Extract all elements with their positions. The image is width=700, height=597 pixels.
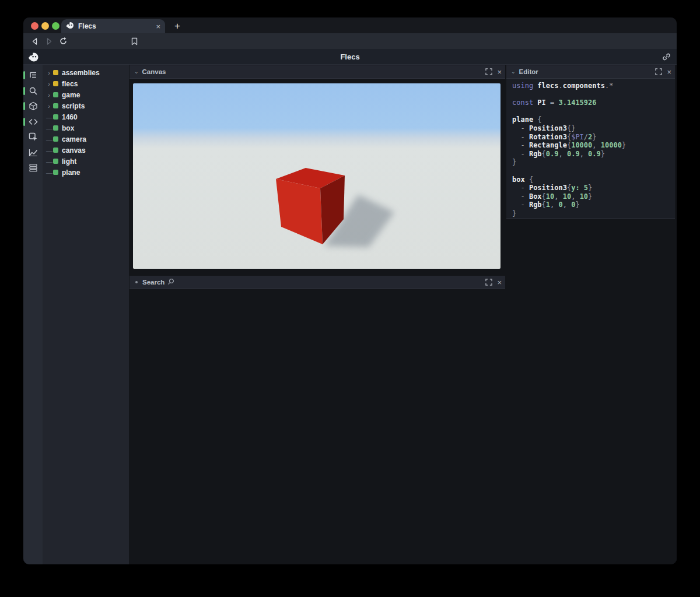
leaf-dash-icon: — xyxy=(45,169,53,176)
canvas-3d-viewport[interactable] xyxy=(133,83,501,269)
active-indicator xyxy=(23,71,25,79)
fullscreen-icon[interactable] xyxy=(485,67,492,78)
close-icon[interactable]: × xyxy=(497,276,502,289)
tab-close-icon[interactable]: × xyxy=(156,22,160,31)
magnifier-icon xyxy=(167,278,174,287)
macos-close-button[interactable] xyxy=(31,22,38,30)
canvas-panel-header[interactable]: ⌄ Canvas × xyxy=(130,65,505,79)
tree-item-label: light xyxy=(62,157,76,166)
entity-color-square xyxy=(53,148,58,153)
macos-zoom-button[interactable] xyxy=(52,22,60,30)
main-panels-area: ⌄ Canvas × xyxy=(129,65,677,564)
active-indicator xyxy=(23,87,25,95)
tab-favicon-flecs-logo xyxy=(66,21,74,31)
code-line xyxy=(512,90,675,99)
code-line: } xyxy=(512,158,675,167)
entity-color-square xyxy=(53,103,58,108)
rail-button-cube[interactable] xyxy=(23,100,43,113)
code-line: - Rgb{0.9, 0.9, 0.9} xyxy=(512,150,675,159)
tree-item-label: 1460 xyxy=(62,113,78,121)
code-line: - Rgb{1, 0, 0} xyxy=(512,201,675,209)
entity-color-square xyxy=(53,81,58,86)
rail-button-tree-view[interactable] xyxy=(23,69,43,82)
code-line: - Box{10, 10, 10} xyxy=(512,192,675,201)
rail-button-rows[interactable] xyxy=(23,161,43,174)
fullscreen-icon[interactable] xyxy=(485,278,492,288)
tab-title: Flecs xyxy=(78,22,156,30)
forward-icon[interactable] xyxy=(42,36,56,47)
chevron-down-icon[interactable]: ⌄ xyxy=(511,69,516,75)
editor-panel-title: Editor xyxy=(519,68,538,75)
expander-icon[interactable]: › xyxy=(45,69,53,76)
entity-color-square xyxy=(53,70,58,75)
tree-item-game[interactable]: ›game xyxy=(43,89,129,100)
code-line: box { xyxy=(512,175,675,184)
tree-item-label: flecs xyxy=(62,80,78,88)
code-line: plane { xyxy=(512,115,675,124)
close-icon[interactable]: × xyxy=(667,65,671,79)
code-line: const PI = 3.1415926 xyxy=(512,99,675,107)
entity-color-square xyxy=(53,125,58,131)
page-title: Flecs xyxy=(23,49,677,65)
tree-item-label: canvas xyxy=(62,146,86,154)
close-icon[interactable]: × xyxy=(497,65,502,79)
fullscreen-icon[interactable] xyxy=(655,67,662,78)
leaf-dash-icon: — xyxy=(45,114,53,121)
tree-item-1460[interactable]: —1460 xyxy=(43,111,129,122)
bookmark-icon[interactable] xyxy=(127,36,141,47)
code-line: - Rectangle{10000, 10000} xyxy=(512,141,675,150)
tree-item-label: assemblies xyxy=(62,69,100,77)
tree-item-label: plane xyxy=(62,168,80,177)
stats-icon xyxy=(29,148,38,157)
canvas-panel-title: Canvas xyxy=(142,68,166,75)
tree-item-canvas[interactable]: —canvas xyxy=(43,145,129,156)
chevron-down-icon[interactable]: ⌄ xyxy=(134,69,139,75)
desktop-background: Flecs × + flecs.dev/explore xyxy=(0,0,700,597)
back-icon[interactable] xyxy=(28,36,42,47)
tree-item-plane[interactable]: —plane xyxy=(43,167,129,178)
tree-item-box[interactable]: —box xyxy=(43,122,129,134)
leaf-dash-icon: — xyxy=(45,158,53,165)
tree-item-label: box xyxy=(62,124,74,132)
tree-view-icon xyxy=(29,71,38,80)
expander-icon[interactable]: › xyxy=(45,92,53,99)
rail-button-code[interactable] xyxy=(23,115,43,128)
rail-button-search[interactable] xyxy=(23,85,43,97)
code-line xyxy=(512,107,675,116)
rows-icon xyxy=(29,163,38,173)
leaf-dash-icon: — xyxy=(45,136,53,143)
entity-color-square xyxy=(53,159,58,164)
macos-minimize-button[interactable] xyxy=(41,22,49,30)
search-panel-title: Search xyxy=(142,279,164,286)
new-tab-button[interactable]: + xyxy=(170,19,184,33)
search-panel-header[interactable]: Search × xyxy=(130,276,505,289)
code-line: } xyxy=(512,209,675,218)
reload-icon[interactable] xyxy=(56,36,70,47)
code-line: - Rotation3{$PI/2} xyxy=(512,133,675,142)
rail-button-inspect[interactable] xyxy=(23,131,43,143)
tree-item-assemblies[interactable]: ›assemblies xyxy=(43,67,129,78)
link-icon[interactable] xyxy=(662,52,671,64)
flecs-app-header: Flecs xyxy=(23,49,677,65)
entity-tree-panel: ›assemblies›flecs›game›scripts—1460—box—… xyxy=(43,65,129,564)
tree-item-scripts[interactable]: ›scripts xyxy=(43,100,129,111)
tree-item-label: game xyxy=(62,91,80,99)
rail-button-stats[interactable] xyxy=(23,146,43,159)
tree-item-flecs[interactable]: ›flecs xyxy=(43,78,129,89)
browser-tab[interactable]: Flecs × xyxy=(61,19,165,33)
leaf-dash-icon: — xyxy=(45,125,53,132)
left-icon-rail xyxy=(23,65,43,564)
tree-item-label: camera xyxy=(62,135,86,143)
expander-icon[interactable]: › xyxy=(45,80,53,87)
tree-item-light[interactable]: —light xyxy=(43,156,129,167)
collapsed-panel-dot-icon[interactable] xyxy=(135,281,138,283)
editor-panel-header[interactable]: ⌄ Editor × xyxy=(506,65,675,79)
code-line xyxy=(512,167,675,175)
explorer-content: ›assemblies›flecs›game›scripts—1460—box—… xyxy=(23,65,677,564)
cube-icon xyxy=(29,101,38,111)
flecs-script-editor[interactable]: using flecs.components.* const PI = 3.14… xyxy=(506,79,675,219)
expander-icon[interactable]: › xyxy=(45,103,53,110)
tree-item-label: scripts xyxy=(62,102,85,110)
active-indicator xyxy=(23,102,25,110)
tree-item-camera[interactable]: —camera xyxy=(43,134,129,145)
